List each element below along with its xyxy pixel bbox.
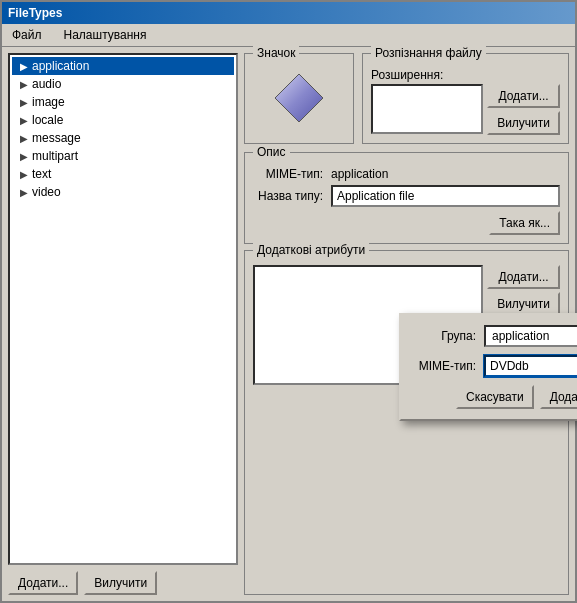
description-content: MIME-тип: application Назва типу: Така я… bbox=[253, 167, 560, 235]
icon-section: Значок bbox=[244, 53, 354, 144]
description-section-title: Опис bbox=[253, 145, 290, 159]
menu-file[interactable]: Файл bbox=[6, 26, 48, 44]
tree-arrow-audio: ▶ bbox=[20, 79, 28, 90]
mime-type-label: MIME-тип: bbox=[253, 167, 323, 181]
file-type-tree[interactable]: ▶ application ▶ audio ▶ image ▶ locale ▶ bbox=[8, 53, 238, 565]
dialog-group-row: Група: application bbox=[411, 325, 577, 347]
tree-item-video[interactable]: ▶ video bbox=[12, 183, 234, 201]
description-buttons: Така як... bbox=[253, 211, 560, 235]
tree-arrow-image: ▶ bbox=[20, 97, 28, 108]
tree-item-text[interactable]: ▶ text bbox=[12, 165, 234, 183]
tree-label-application: application bbox=[32, 59, 89, 73]
tree-arrow-video: ▶ bbox=[20, 187, 28, 198]
menu-bar: Файл Налаштування bbox=[2, 24, 575, 47]
remove-extension-button[interactable]: Вилучити bbox=[487, 111, 560, 135]
tree-arrow-multipart: ▶ bbox=[20, 151, 28, 162]
tree-label-text: text bbox=[32, 167, 51, 181]
main-window: FileTypes Файл Налаштування ▶ applicatio… bbox=[0, 0, 577, 603]
recognition-section-title: Розпізнання файлу bbox=[371, 46, 486, 60]
main-content: ▶ application ▶ audio ▶ image ▶ locale ▶ bbox=[2, 47, 575, 601]
window-title: FileTypes bbox=[8, 6, 62, 20]
tree-label-image: image bbox=[32, 95, 65, 109]
same-as-button[interactable]: Така як... bbox=[489, 211, 560, 235]
add-mime-dialog: Група: application MIME-тип: Скасувати Д… bbox=[399, 313, 577, 421]
type-name-input[interactable] bbox=[331, 185, 560, 207]
tree-label-locale: locale bbox=[32, 113, 63, 127]
tree-item-image[interactable]: ▶ image bbox=[12, 93, 234, 111]
mime-type-value: application bbox=[331, 167, 388, 181]
mime-type-row: MIME-тип: application bbox=[253, 167, 560, 181]
type-name-row: Назва типу: bbox=[253, 185, 560, 207]
top-right-area: Значок bbox=[244, 53, 569, 144]
description-section: Опис MIME-тип: application Назва типу: Т… bbox=[244, 152, 569, 244]
additional-section-title: Додаткові атрибути bbox=[253, 243, 369, 257]
tree-arrow-text: ▶ bbox=[20, 169, 28, 180]
tree-item-application[interactable]: ▶ application bbox=[12, 57, 234, 75]
svg-marker-0 bbox=[275, 74, 323, 122]
dialog-group-select[interactable]: application bbox=[484, 325, 577, 347]
dialog-buttons: Скасувати Додати тип bbox=[411, 385, 577, 409]
title-bar: FileTypes bbox=[2, 2, 575, 24]
left-panel: ▶ application ▶ audio ▶ image ▶ locale ▶ bbox=[8, 53, 238, 595]
tree-label-audio: audio bbox=[32, 77, 61, 91]
left-panel-buttons: Додати... Вилучити bbox=[8, 571, 238, 595]
file-type-icon bbox=[273, 72, 325, 124]
extension-row: Додати... Вилучити bbox=[371, 84, 560, 135]
tree-item-locale[interactable]: ▶ locale bbox=[12, 111, 234, 129]
dialog-mime-row: MIME-тип: bbox=[411, 355, 577, 377]
icon-display bbox=[269, 68, 329, 128]
tree-item-audio[interactable]: ▶ audio bbox=[12, 75, 234, 93]
dialog-cancel-button[interactable]: Скасувати bbox=[456, 385, 534, 409]
tree-item-message[interactable]: ▶ message bbox=[12, 129, 234, 147]
dialog-add-button[interactable]: Додати тип bbox=[540, 385, 577, 409]
right-panel: Значок bbox=[244, 53, 569, 595]
recognition-section: Розпізнання файлу Розширення: Додати... … bbox=[362, 53, 569, 144]
dialog-group-label: Група: bbox=[411, 329, 476, 343]
tree-arrow-message: ▶ bbox=[20, 133, 28, 144]
add-attribute-button[interactable]: Додати... bbox=[487, 265, 560, 289]
dialog-mime-label: MIME-тип: bbox=[411, 359, 476, 373]
menu-settings[interactable]: Налаштування bbox=[58, 26, 153, 44]
tree-arrow-locale: ▶ bbox=[20, 115, 28, 126]
tree-item-multipart[interactable]: ▶ multipart bbox=[12, 147, 234, 165]
recognition-buttons: Додати... Вилучити bbox=[487, 84, 560, 135]
tree-label-multipart: multipart bbox=[32, 149, 78, 163]
remove-type-button[interactable]: Вилучити bbox=[84, 571, 157, 595]
tree-label-message: message bbox=[32, 131, 81, 145]
icon-section-title: Значок bbox=[253, 46, 299, 60]
extension-list[interactable] bbox=[371, 84, 483, 134]
additional-section: Додаткові атрибути Додати... Вилучити Вг… bbox=[244, 250, 569, 595]
tree-label-video: video bbox=[32, 185, 61, 199]
extension-label: Розширення: bbox=[371, 68, 560, 82]
add-type-button[interactable]: Додати... bbox=[8, 571, 78, 595]
tree-arrow-application: ▶ bbox=[20, 61, 28, 72]
add-extension-button[interactable]: Додати... bbox=[487, 84, 560, 108]
type-name-label: Назва типу: bbox=[253, 189, 323, 203]
dialog-mime-input[interactable] bbox=[484, 355, 577, 377]
